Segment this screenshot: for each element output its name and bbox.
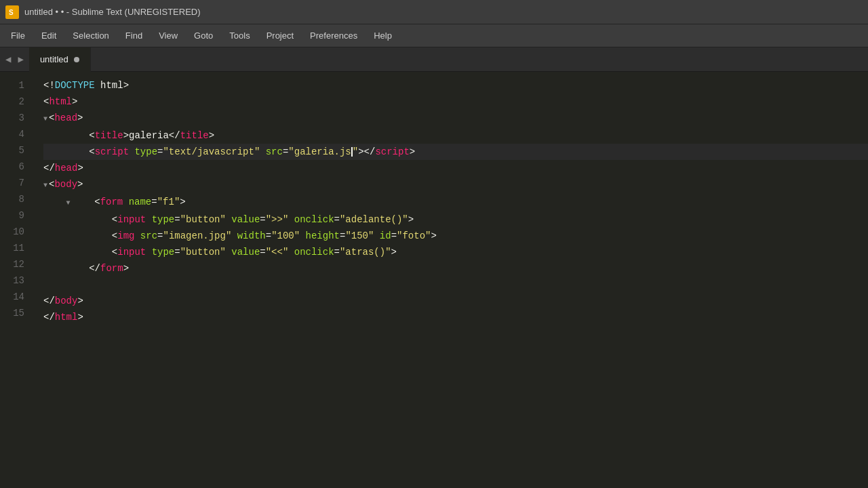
code-editor[interactable]: 1 2 3 4 5 6 7 8 9 10 11 12 13 14 15 <!DO… (0, 72, 868, 488)
line-number: 7 (11, 175, 24, 191)
line-number: 9 (11, 207, 24, 224)
code-line-14: </body> (43, 293, 868, 309)
svg-text:S: S (9, 9, 14, 16)
code-line-15: </html> (43, 309, 868, 325)
line-number: 3 (11, 110, 24, 126)
menu-help[interactable]: Help (366, 28, 400, 43)
menu-find[interactable]: Find (117, 28, 151, 43)
code-line-3: ▼<head> (43, 110, 868, 127)
code-line-4: <title>galeria</title> (43, 127, 868, 144)
line-numbers: 1 2 3 4 5 6 7 8 9 10 11 12 13 14 15 (0, 72, 33, 488)
code-line-11: <input type="button" value="<<" onclick=… (43, 244, 868, 260)
line-number: 10 (11, 224, 24, 240)
app-icon: S (5, 5, 19, 19)
code-line-13 (43, 277, 868, 293)
code-text[interactable]: <!DOCTYPE html> <html> ▼<head> <title>ga… (33, 72, 868, 488)
line-number: 13 (11, 272, 24, 289)
code-line-8: ▼ <form name="f1"> (43, 194, 868, 211)
line-number: 15 (11, 305, 24, 321)
code-line-6: </head> (43, 160, 868, 176)
line-number: 2 (11, 94, 24, 110)
title-bar: S untitled • • - Sublime Text (UNREGISTE… (0, 0, 868, 24)
line-number: 12 (11, 256, 24, 272)
line-number: 6 (11, 159, 24, 175)
menu-goto[interactable]: Goto (186, 28, 221, 43)
code-line-5: <script type="text/javascript" src="gale… (43, 144, 868, 160)
code-line-12: </form> (43, 260, 868, 277)
nav-right-arrow[interactable]: ▶ (15, 52, 26, 66)
nav-left-arrow[interactable]: ◀ (3, 52, 14, 66)
active-tab[interactable]: untitled (29, 47, 91, 72)
code-line-1: <!DOCTYPE html> (43, 77, 868, 94)
line-number: 4 (11, 126, 24, 142)
line-number: 1 (11, 77, 24, 94)
code-line-9: <input type="button" value=">>" onclick=… (43, 211, 868, 228)
menu-preferences[interactable]: Preferences (302, 28, 366, 43)
code-line-2: <html> (43, 94, 868, 110)
line-number: 11 (11, 240, 24, 256)
menu-tools[interactable]: Tools (221, 28, 258, 43)
window-title: untitled • • - Sublime Text (UNREGISTERE… (24, 7, 201, 17)
menu-bar: File Edit Selection Find View Goto Tools… (0, 24, 868, 47)
tab-bar: ◀ ▶ untitled (0, 47, 868, 72)
menu-edit[interactable]: Edit (33, 28, 64, 43)
menu-view[interactable]: View (151, 28, 186, 43)
line-number: 14 (11, 289, 24, 305)
code-line-7: ▼<body> (43, 176, 868, 194)
menu-file[interactable]: File (3, 28, 33, 43)
code-line-10: <img src="imagen.jpg" width="100" height… (43, 228, 868, 244)
line-number: 8 (11, 191, 24, 207)
tab-label: untitled (40, 54, 68, 64)
menu-selection[interactable]: Selection (64, 28, 117, 43)
line-number: 5 (11, 142, 24, 159)
tab-modified-indicator (74, 57, 79, 62)
nav-arrows: ◀ ▶ (3, 52, 26, 66)
menu-project[interactable]: Project (258, 28, 302, 43)
